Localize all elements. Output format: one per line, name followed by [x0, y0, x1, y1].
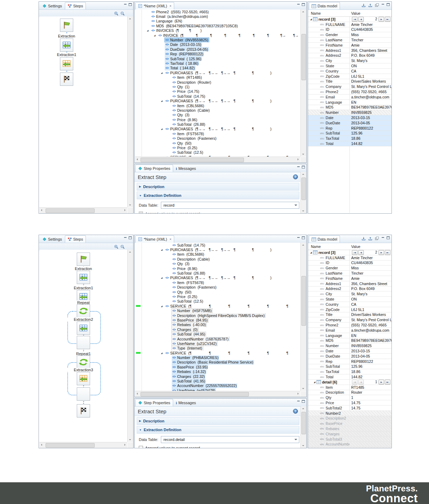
help-icon[interactable]: ?: [293, 174, 298, 179]
tree-expand-icon[interactable]: ◢: [310, 18, 312, 20]
nav-next-button[interactable]: ▶: [379, 380, 384, 385]
export-data-model-icon[interactable]: [368, 3, 373, 7]
data-model-row[interactable]: abcSubTotal125.96: [308, 131, 391, 136]
tree-expand-icon[interactable]: ◢: [161, 304, 165, 308]
data-model-row[interactable]: abcItemRT1485: [308, 385, 391, 390]
maximize-icon[interactable]: [302, 400, 305, 403]
data-model-row[interactable]: abcIDCU44643835: [308, 27, 391, 33]
xml-tree-row[interactable]: <>Item (RT1485): [135, 75, 300, 80]
column-header-value[interactable]: Value: [349, 11, 360, 15]
import-data-model-icon[interactable]: [361, 3, 366, 7]
minimize-icon[interactable]: [124, 236, 127, 239]
data-model-row[interactable]: abcTaxTotal18.86: [308, 136, 391, 141]
data-model-row[interactable]: abcTotal144.82: [308, 374, 391, 380]
workflow-step-extraction[interactable]: [77, 372, 90, 385]
nav-next-button[interactable]: ▶: [379, 17, 384, 22]
xml-tree-row[interactable]: ◢<>INVOICE (¶ ¶ ¶ ¶ ¶ ¶ ¶ ¶→ ¶→: [135, 33, 300, 37]
tab-steps[interactable]: Steps: [65, 2, 86, 9]
nav-next-button[interactable]: ▶: [379, 250, 384, 255]
minimize-icon[interactable]: [381, 3, 384, 6]
xml-tree-row[interactable]: <>TaxTotal ( 18.86): [135, 61, 300, 65]
data-model-row[interactable]: abcMD5BE9479B978EE0AE397083...: [308, 338, 391, 344]
tab-data-model[interactable]: Data model: [309, 2, 340, 9]
tree-expand-icon[interactable]: ◢: [314, 381, 315, 383]
minimize-icon[interactable]: [381, 236, 384, 239]
data-model-row[interactable]: abcSubTotal214.75: [308, 406, 391, 411]
workflow-horizontal-scrollbar[interactable]: [39, 207, 127, 213]
xml-tree-row[interactable]: <>Rep (REP8800122): [135, 52, 300, 56]
data-model-row[interactable]: abcCharges: [308, 431, 391, 437]
help-icon[interactable]: ?: [293, 409, 298, 414]
data-model-row[interactable]: abcFirstNameAmie: [308, 276, 391, 281]
xml-tree-row[interactable]: ◢<>SERVICE (¶ ¶ ¶ ¶ ¶ ¶ ¶: [135, 351, 300, 355]
xml-tree-row[interactable]: <>Item (FST5678): [135, 131, 300, 136]
data-model-group-row[interactable]: ◢record [3]|◀◀2▶▶|: [308, 17, 391, 22]
xml-tree-row[interactable]: <>BasePrice (33.95): [135, 365, 300, 369]
data-model-row[interactable]: abcDate2013-03-15: [308, 115, 391, 120]
tab-step-properties[interactable]: Step Properties: [135, 399, 173, 406]
nav-previous-button[interactable]: ◀: [358, 17, 364, 22]
xml-tree-row[interactable]: ◢<>PURCHASES (¶→→ ¶→→ ¶→→ ¶ ¶ ): [135, 70, 300, 75]
xml-tree-row[interactable]: ◢<>PURCHASES (¶→→ ¶→→ ¶→→ ¶ ¶ ): [135, 247, 300, 252]
xml-tree-row[interactable]: <>Item (CBL5686): [135, 103, 300, 108]
data-model-row[interactable]: abcQty1: [308, 395, 391, 400]
workflow-end-flag[interactable]: [77, 404, 90, 417]
data-model-row[interactable]: abcAddress1356, Chambers Street: [308, 48, 391, 53]
tab-settings[interactable]: Settings: [40, 2, 65, 9]
data-model-row[interactable]: abcCountryCA: [308, 302, 391, 307]
workflow-vertical-scrollbar[interactable]: [127, 250, 133, 442]
close-icon[interactable]: ×: [170, 5, 171, 8]
data-model-row[interactable]: abcRepREP8800122: [308, 126, 391, 131]
tree-expand-icon[interactable]: ◢: [161, 71, 165, 75]
workflow-loop-end-box[interactable]: [77, 387, 90, 401]
workflow-loop-end-box[interactable]: [77, 336, 90, 349]
data-model-row[interactable]: abcStateON: [308, 297, 391, 302]
xml-tree-row[interactable]: <>Qty (3): [135, 262, 300, 266]
xml-horizontal-scrollbar[interactable]: [135, 157, 300, 163]
data-model-row[interactable]: abcSubTotal125.96: [308, 364, 391, 370]
xml-tree-row[interactable]: <>Date (2013-03-15): [135, 42, 300, 47]
nav-previous-button[interactable]: ◀: [358, 250, 364, 255]
workflow-start-flag[interactable]: [60, 19, 73, 32]
column-header-name[interactable]: Name: [308, 244, 349, 249]
data-model-row[interactable]: abcTaxTotal18.86: [308, 369, 391, 374]
xml-tree-row[interactable]: <>Price (0.25): [135, 294, 300, 299]
data-model-row[interactable]: abcLanguageEN: [308, 100, 391, 105]
data-model-row[interactable]: abcCitySt. Mary's: [308, 58, 391, 63]
workflow-start-flag[interactable]: [77, 253, 90, 266]
data-model-row[interactable]: abcAddress1356, Chambers Street: [308, 281, 391, 286]
xml-tree-row[interactable]: <>Number (PHBASICRES): [135, 355, 300, 360]
close-icon[interactable]: ×: [170, 238, 171, 241]
data-model-row[interactable]: abcGenderMiss: [308, 32, 391, 37]
tree-expand-icon[interactable]: ◢: [147, 29, 151, 32]
xml-tree-row[interactable]: <>Number (INV8559825): [135, 37, 300, 42]
workflow-canvas[interactable]: ExtractionExtraction1RepeatExtraction2Re…: [39, 250, 127, 442]
properties-vertical-scrollbar[interactable]: [300, 406, 306, 448]
data-model-row[interactable]: abcDescription2: [308, 416, 391, 421]
xml-tree-row[interactable]: <>SubTotal (14.75): [135, 243, 300, 247]
tree-expand-icon[interactable]: ◢: [154, 34, 158, 37]
workflow-step-extraction[interactable]: [77, 322, 90, 335]
data-model-table[interactable]: ◢record [3]|◀◀2▶▶|abcFULLNAMEAmie Tinche…: [308, 250, 391, 448]
xml-tree-row[interactable]: <>Description (Cable): [135, 257, 300, 261]
xml-tree-row[interactable]: <>Price (8.96): [135, 266, 300, 271]
append-values-checkbox[interactable]: [139, 446, 143, 448]
data-model-row[interactable]: abcDescriptionRouter: [308, 390, 391, 395]
data-model-row[interactable]: abcCompanySt. Mary's Pest Control Ltd: [308, 317, 391, 323]
minimize-icon[interactable]: [297, 236, 300, 239]
data-model-row[interactable]: abcTotal144.82: [308, 141, 391, 146]
tree-expand-icon[interactable]: ◢: [161, 99, 165, 103]
workflow-step-repeat[interactable]: [77, 355, 90, 369]
data-model-row[interactable]: abcAddress2P.O. Box 6049: [308, 53, 391, 58]
maximize-icon[interactable]: [387, 236, 390, 239]
xml-tree-row[interactable]: <>Type (Internet): [135, 346, 300, 351]
xml-tree-row[interactable]: <>SubTotal (26.88): [135, 271, 300, 275]
data-model-row[interactable]: abcCountryCA: [308, 69, 391, 74]
data-model-row[interactable]: abcPhone2(555) 702-5520, #665: [308, 89, 391, 95]
tab-settings[interactable]: Settings: [40, 235, 65, 243]
maximize-icon[interactable]: [302, 236, 305, 239]
tree-expand-icon[interactable]: ◢: [310, 251, 312, 254]
data-model-group-row[interactable]: ◢record [3]|◀◀2▶▶|: [308, 250, 391, 255]
workflow-step-extraction[interactable]: [60, 57, 73, 70]
xml-tree-row[interactable]: <>SubTotal ( 125.96): [135, 56, 300, 61]
